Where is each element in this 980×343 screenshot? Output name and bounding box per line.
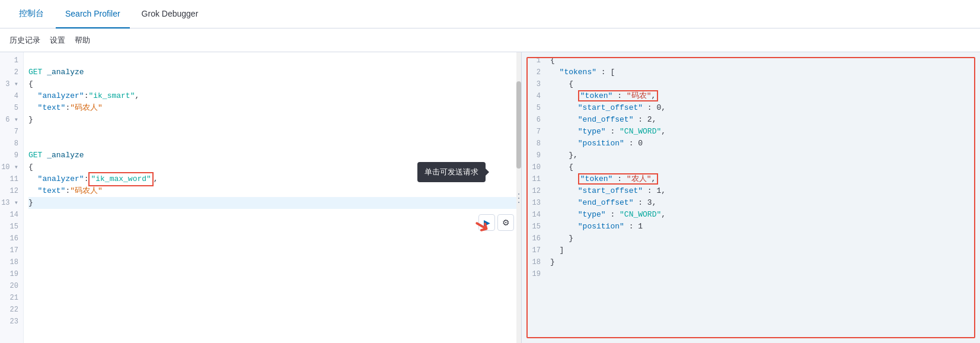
code-line-22 — [28, 304, 516, 316]
result-line-5: "start_offset" : 0, — [550, 102, 975, 114]
code-line-16 — [28, 233, 516, 244]
tab-search-profiler-label: Search Profiler — [65, 9, 120, 18]
code-line-9: GET _analyze — [28, 150, 516, 161]
code-line-14 — [28, 209, 516, 221]
keyword-get-2: GET — [28, 150, 42, 161]
line-num-22: 22 — [0, 304, 18, 316]
code-line-1 — [28, 55, 516, 66]
code-editor[interactable]: 1 2 3 ▾ 4 5 6 ▾ 7 8 9 10 ▾ 11 12 13 ▾ 14… — [0, 52, 521, 343]
line-num-12: 12 — [0, 185, 18, 197]
settings-icon: ⚙ — [502, 218, 510, 227]
result-code-content: { "tokens" : [ { "token" : "码农", "start_… — [545, 55, 980, 341]
line-num-23: 23 — [0, 316, 18, 328]
line-num-2: 2 — [0, 66, 18, 78]
main-content: 1 2 3 ▾ 4 5 6 ▾ 7 8 9 10 ▾ 11 12 13 ▾ 14… — [0, 52, 980, 343]
result-line-numbers: 1 2 3 4 5 6 7 8 9 10 11 12 13 14 15 16 1… — [522, 55, 545, 341]
line-num-4: 4 — [0, 90, 18, 102]
val-text-1: "码农人" — [70, 102, 103, 114]
toolbar: 历史记录 设置 帮助 — [0, 28, 980, 52]
key-text-2: "text" — [38, 185, 66, 197]
result-line-7: "type" : "CN_WORD", — [550, 126, 975, 138]
result-line-4: "token" : "码农", — [550, 90, 975, 102]
line-num-13: 13 ▾ — [0, 197, 18, 209]
val-text-2: "码农人" — [70, 185, 103, 197]
line-num-5: 5 — [0, 102, 18, 114]
resize-handle[interactable]: ⋮ — [516, 186, 521, 209]
result-line-15: "position" : 1 — [550, 221, 975, 233]
editor-panel: 1 2 3 ▾ 4 5 6 ▾ 7 8 9 10 ▾ 11 12 13 ▾ 14… — [0, 52, 522, 343]
line-num-1: 1 — [0, 55, 18, 66]
line-num-21: 21 — [0, 292, 18, 304]
line-num-8: 8 — [0, 138, 18, 150]
result-line-6: "end_offset" : 2, — [550, 114, 975, 126]
line-num-11: 11 — [0, 173, 18, 185]
line-num-14: 14 — [0, 209, 18, 221]
line-num-19: 19 — [0, 268, 18, 280]
code-line-8 — [28, 138, 516, 150]
result-line-18: } — [550, 256, 975, 268]
code-line-20 — [28, 280, 516, 292]
line-num-18: 18 — [0, 256, 18, 268]
line-num-17: 17 — [0, 244, 18, 256]
code-content[interactable]: GET _analyze { "analyzer": "ik_smart", "… — [24, 52, 521, 343]
code-line-10: { — [28, 161, 516, 173]
code-line-18 — [28, 256, 516, 268]
result-line-9: }, — [550, 150, 975, 161]
result-code: 1 2 3 4 5 6 7 8 9 10 11 12 13 14 15 16 1… — [522, 52, 980, 343]
tab-console-label: 控制台 — [19, 8, 44, 19]
code-line-21 — [28, 292, 516, 304]
result-line-17: ] — [550, 244, 975, 256]
result-line-16: } — [550, 233, 975, 244]
result-line-1: { — [550, 55, 975, 66]
key-text-1: "text" — [38, 102, 66, 114]
code-line-5: "text": "码农人" — [28, 102, 516, 114]
line-num-10: 10 ▾ — [0, 161, 18, 173]
result-line-10: { — [550, 161, 975, 173]
code-line-11: "analyzer": "ik_max_word", — [28, 173, 516, 185]
line-num-20: 20 — [0, 280, 18, 292]
key-analyzer-2: "analyzer" — [38, 173, 84, 185]
code-line-3: { — [28, 78, 516, 90]
toolbar-help[interactable]: 帮助 — [75, 35, 90, 46]
code-line-19 — [28, 268, 516, 280]
brace-open-1: { — [28, 78, 33, 90]
token-1-highlight: "token" : "码农", — [578, 90, 658, 101]
result-panel: 1 2 3 4 5 6 7 8 9 10 11 12 13 14 15 16 1… — [522, 52, 980, 343]
line-num-7: 7 — [0, 126, 18, 138]
toolbar-settings[interactable]: 设置 — [50, 35, 65, 46]
editor-scrollbar-thumb — [516, 81, 521, 169]
tab-grok-debugger-label: Grok Debugger — [142, 9, 199, 18]
line-num-9: 9 — [0, 150, 18, 161]
line-num-3: 3 ▾ — [0, 78, 18, 90]
key-analyzer-1: "analyzer" — [38, 90, 84, 102]
tab-grok-debugger[interactable]: Grok Debugger — [132, 0, 208, 28]
top-navigation: 控制台 Search Profiler Grok Debugger — [0, 0, 980, 28]
code-line-23 — [28, 316, 516, 328]
toolbar-history[interactable]: 历史记录 — [9, 35, 40, 46]
result-line-8: "position" : 0 — [550, 138, 975, 150]
val-ikmaxword: "ik_max_word" — [88, 172, 153, 186]
line-num-16: 16 — [0, 233, 18, 244]
code-line-2: GET _analyze — [28, 66, 516, 78]
endpoint-1: _analyze — [47, 66, 84, 78]
code-line-15 — [28, 221, 516, 233]
endpoint-2: _analyze — [47, 150, 84, 161]
line-numbers: 1 2 3 ▾ 4 5 6 ▾ 7 8 9 10 ▾ 11 12 13 ▾ 14… — [0, 52, 24, 343]
result-line-3: { — [550, 78, 975, 90]
token-2-highlight: "token" : "农人", — [578, 173, 658, 185]
tab-search-profiler[interactable]: Search Profiler — [56, 0, 130, 28]
line-num-6: 6 ▾ — [0, 114, 18, 126]
code-line-12: "text": "码农人" — [28, 185, 516, 197]
result-line-2: "tokens" : [ — [550, 66, 975, 78]
code-line-7 — [28, 126, 516, 138]
settings-button[interactable]: ⚙ — [497, 214, 514, 231]
code-line-4: "analyzer": "ik_smart", — [28, 90, 516, 102]
tab-console[interactable]: 控制台 — [9, 0, 53, 28]
code-line-17 — [28, 244, 516, 256]
code-line-13: } — [28, 197, 516, 209]
result-line-14: "type" : "CN_WORD", — [550, 209, 975, 221]
result-line-12: "start_offset" : 1, — [550, 185, 975, 197]
result-line-11: "token" : "农人", — [550, 173, 975, 185]
code-line-6: } — [28, 114, 516, 126]
line-num-15: 15 — [0, 221, 18, 233]
